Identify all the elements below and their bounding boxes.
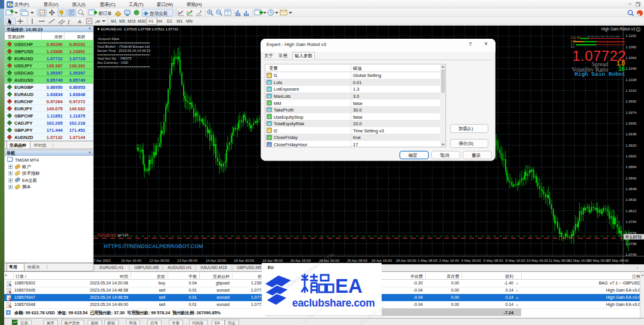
svg-text:1.0938: 1.0938 [626, 132, 637, 136]
svg-text:M30: M30 [138, 19, 145, 23]
svg-text:25 Apr 08:00: 25 Apr 08:00 [347, 259, 368, 262]
svg-text:1.0884: 1.0884 [626, 165, 637, 169]
svg-text:26 Apr 16:00: 26 Apr 16:00 [371, 259, 392, 262]
svg-text:..: .. [70, 21, 72, 25]
svg-text:H1: H1 [148, 19, 154, 23]
svg-text:0.21 361: 0.21 361 [571, 36, 581, 39]
svg-text:MN: MN [186, 19, 193, 23]
svg-text:5 May 08:00: 5 May 08:00 [483, 259, 503, 262]
svg-text:M15: M15 [128, 19, 135, 23]
svg-text:10 Apr 16:00: 10 Apr 16:00 [121, 259, 142, 262]
svg-text:H4: H4 [157, 19, 162, 23]
svg-text:M5: M5 [119, 19, 125, 23]
svg-text:EA: EA [335, 275, 363, 296]
svg-text:1.0830: 1.0830 [626, 198, 637, 202]
svg-text:W1: W1 [177, 19, 182, 23]
svg-text:14 Apr 16:00: 14 Apr 16:00 [206, 259, 227, 262]
svg-text:1.0812: 1.0812 [626, 209, 637, 213]
svg-text:12 May 16:00: 12 May 16:00 [568, 259, 590, 262]
svg-text:98 981 99.5 98.9 99.3 9.6 98.5: 98 981 99.5 98.9 99.3 9.6 98.5 [587, 35, 620, 38]
svg-text:1.0992: 1.0992 [626, 100, 637, 103]
svg-text:1.0740: 1.0740 [626, 253, 637, 256]
svg-text:D1: D1 [167, 19, 172, 23]
svg-text:1.0920: 1.0920 [626, 144, 637, 147]
svg-text:4 May 00:00: 4 May 00:00 [461, 259, 481, 262]
svg-text:1.0758: 1.0758 [626, 242, 637, 246]
svg-text:1.0848: 1.0848 [626, 187, 637, 191]
svg-text:1.1046: 1.1046 [626, 67, 637, 70]
svg-text:1.0956: 1.0956 [626, 122, 637, 125]
svg-text:1.0974: 1.0974 [626, 111, 637, 114]
svg-text:17 May 08:00: 17 May 08:00 [607, 259, 629, 262]
svg-text:19 Apr 08:00: 19 Apr 08:00 [262, 259, 283, 262]
svg-text:7 Apr 2023: 7 Apr 2023 [94, 259, 111, 262]
svg-text:1 May 08:00: 1 May 08:00 [417, 259, 438, 262]
svg-text:18 Apr 00:00: 18 Apr 00:00 [234, 259, 255, 262]
svg-text:1.0794: 1.0794 [626, 220, 637, 224]
svg-text:1.1028: 1.1028 [626, 78, 637, 82]
svg-text:28 Apr 00:00: 28 Apr 00:00 [396, 259, 417, 262]
svg-text:11 May 08:00: 11 May 08:00 [549, 259, 571, 262]
svg-text:8 May 16:00: 8 May 16:00 [505, 259, 525, 262]
svg-text:1.0866: 1.0866 [626, 177, 637, 180]
svg-text:20 Apr 16:00: 20 Apr 16:00 [290, 259, 311, 262]
svg-text:1.1064: 1.1064 [626, 56, 637, 60]
svg-text:M1: M1 [111, 19, 117, 23]
svg-text:2 May 16:00: 2 May 16:00 [439, 259, 459, 262]
svg-text:10 May 00:00: 10 May 00:00 [527, 259, 549, 262]
svg-text:12 Apr 00:00: 12 Apr 00:00 [149, 259, 170, 262]
svg-text:13 Apr 08:00: 13 Apr 08:00 [177, 259, 198, 262]
svg-text:1.0902: 1.0902 [626, 154, 637, 158]
svg-text:1.1010: 1.1010 [626, 89, 637, 92]
svg-text:1.0772: 1.0772 [630, 235, 642, 239]
svg-text:自动交易: 自动交易 [150, 11, 168, 16]
svg-text:A: A [78, 19, 82, 24]
svg-text:新订单: 新订单 [98, 11, 112, 16]
